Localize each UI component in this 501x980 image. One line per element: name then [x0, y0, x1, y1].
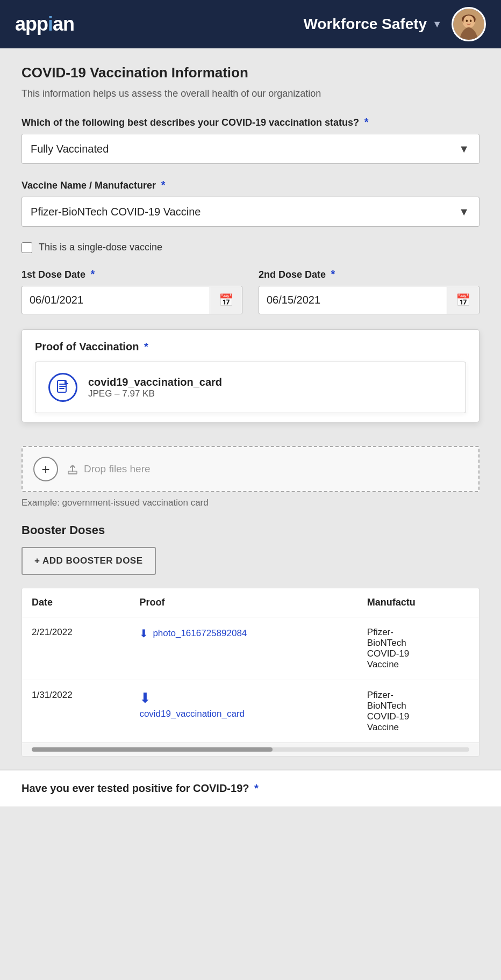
col-date: Date	[22, 588, 130, 617]
proof-download-link-2[interactable]: ⬇ covid19_vaccination_card	[139, 690, 347, 719]
required-star-status: *	[361, 116, 368, 128]
file-drop-icon	[67, 463, 78, 475]
required-star-dose2: *	[328, 268, 335, 280]
table-cell-date-2: 1/31/2022	[22, 680, 130, 743]
calendar1-icon[interactable]: 📅	[210, 287, 242, 314]
required-star-bottom: *	[251, 782, 258, 794]
bottom-question-text: Have you ever tested positive for COVID-…	[22, 782, 249, 794]
dose1-group: 1st Dose Date * 06/01/2021 📅	[22, 268, 242, 314]
dose2-group: 2nd Dose Date * 06/15/2021 📅	[259, 268, 479, 314]
proof-section-label: Proof of Vaccination *	[35, 341, 466, 353]
vaccine-name-select[interactable]: Pfizer-BioNTech COVID-19 Vaccine Moderna…	[22, 197, 479, 226]
below-proof-area: + Drop files here Example: government-is…	[0, 438, 501, 756]
header-title-text: Workforce Safety	[303, 16, 427, 33]
col-manufacturer: Manufactu	[357, 588, 479, 617]
calendar2-icon[interactable]: 📅	[447, 287, 479, 314]
dose2-label: 2nd Dose Date *	[259, 268, 479, 280]
dose2-date-input[interactable]: 06/15/2021	[259, 286, 447, 314]
proof-section: Proof of Vaccination * covid19_vaccinati…	[22, 329, 479, 422]
vaccine-name-group: Vaccine Name / Manufacturer * Pfizer-Bio…	[22, 179, 479, 227]
table-row: 1/31/2022 ⬇ covid19_vaccination_card Pfi…	[22, 680, 479, 743]
app-logo: appian	[15, 13, 74, 35]
required-star-proof: *	[141, 341, 148, 352]
single-dose-label[interactable]: This is a single-dose vaccine	[39, 242, 162, 253]
booster-section-label: Booster Doses	[22, 523, 479, 537]
section-desc: This information helps us assess the ove…	[22, 87, 479, 101]
drop-zone-text: Drop files here	[67, 463, 151, 475]
file-name: covid19_vaccination_card	[88, 376, 222, 388]
vaccination-status-select-wrapper[interactable]: Fully Vaccinated Partially Vaccinated No…	[22, 134, 479, 164]
file-info: covid19_vaccination_card JPEG – 7.97 KB	[88, 376, 222, 399]
dose1-label: 1st Dose Date *	[22, 268, 242, 280]
dose1-date-input[interactable]: 06/01/2021	[22, 286, 210, 314]
drop-placeholder-text: Drop files here	[84, 463, 151, 475]
vaccination-status-group: Which of the following best describes yo…	[22, 116, 479, 164]
required-star-dose1: *	[88, 268, 95, 280]
avatar[interactable]	[452, 7, 486, 41]
app-header: appian Workforce Safety ▼	[0, 0, 501, 48]
bottom-question-bar: Have you ever tested positive for COVID-…	[0, 769, 501, 806]
svg-rect-7	[68, 471, 77, 474]
vaccine-name-label: Vaccine Name / Manufacturer *	[22, 179, 479, 191]
vaccine-name-select-wrapper[interactable]: Pfizer-BioNTech COVID-19 Vaccine Moderna…	[22, 197, 479, 227]
col-proof: Proof	[130, 588, 357, 617]
table-cell-proof-1[interactable]: ⬇ photo_1616725892084	[130, 617, 357, 680]
scrollbar-thumb[interactable]	[32, 747, 273, 752]
section-title: COVID-19 Vaccination Information	[22, 64, 479, 81]
svg-point-3	[463, 16, 474, 27]
dose-dates-row: 1st Dose Date * 06/01/2021 📅 2nd Dose Da…	[22, 268, 479, 314]
proof-download-link-1[interactable]: ⬇ photo_1616725892084	[139, 627, 347, 640]
drop-zone[interactable]: + Drop files here	[22, 446, 479, 492]
add-file-button[interactable]: +	[33, 457, 58, 481]
table-row: 2/21/2022 ⬇ photo_1616725892084 Pfizer-B…	[22, 617, 479, 680]
svg-point-5	[470, 19, 472, 22]
booster-table: Date Proof Manufactu 2/21/2022 ⬇ photo_1…	[22, 588, 479, 743]
required-star-vaccine: *	[158, 179, 165, 191]
table-scrollbar-row	[22, 743, 479, 756]
scrollbar-track[interactable]	[32, 747, 469, 752]
svg-point-4	[466, 19, 468, 22]
single-dose-row: This is a single-dose vaccine	[22, 242, 479, 253]
chevron-down-icon: ▼	[432, 19, 442, 30]
table-cell-date-1: 2/21/2022	[22, 617, 130, 680]
main-content: COVID-19 Vaccination Information This in…	[0, 48, 501, 438]
dose1-date-wrapper: 06/01/2021 📅	[22, 286, 242, 314]
add-booster-button[interactable]: + ADD BOOSTER DOSE	[22, 547, 156, 575]
dose2-date-wrapper: 06/15/2021 📅	[259, 286, 479, 314]
download-icon-1: ⬇	[139, 627, 148, 640]
app-title[interactable]: Workforce Safety ▼	[303, 16, 442, 33]
download-icon-2: ⬇	[139, 690, 151, 707]
single-dose-checkbox[interactable]	[22, 242, 32, 253]
vaccination-status-label: Which of the following best describes yo…	[22, 116, 479, 128]
avatar-image	[453, 7, 484, 41]
proof-file-card: covid19_vaccination_card JPEG – 7.97 KB	[35, 362, 466, 413]
file-icon-circle	[48, 373, 77, 402]
file-document-icon	[55, 379, 71, 395]
table-header-row: Date Proof Manufactu	[22, 588, 479, 617]
drop-hint: Example: government-issued vaccination c…	[22, 498, 479, 508]
file-meta: JPEG – 7.97 KB	[88, 388, 222, 399]
table-cell-manufacturer-1: Pfizer-BioNTechCOVID-19Vaccine	[357, 617, 479, 680]
booster-table-wrapper: Date Proof Manufactu 2/21/2022 ⬇ photo_1…	[22, 588, 479, 756]
vaccination-status-select[interactable]: Fully Vaccinated Partially Vaccinated No…	[22, 134, 479, 163]
table-cell-manufacturer-2: Pfizer-BioNTechCOVID-19Vaccine	[357, 680, 479, 743]
table-cell-proof-2[interactable]: ⬇ covid19_vaccination_card	[130, 680, 357, 743]
